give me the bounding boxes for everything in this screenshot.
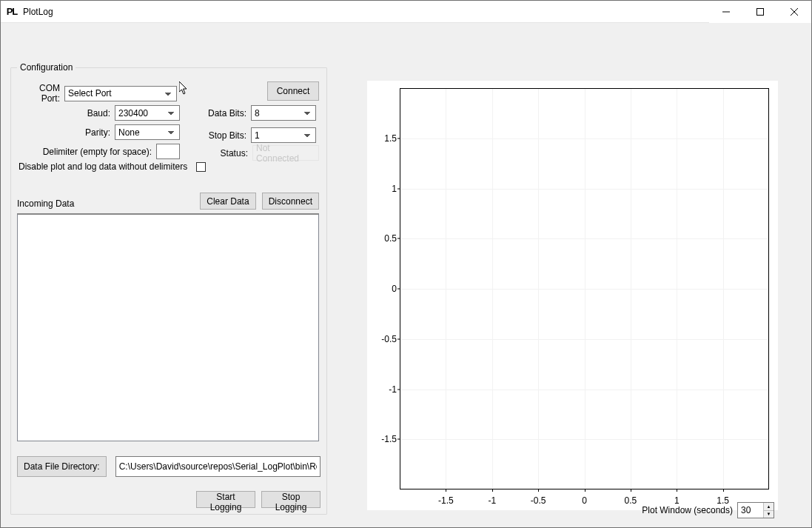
maximize-icon bbox=[756, 8, 764, 16]
app-icon: PL bbox=[5, 5, 19, 19]
data-file-directory-button[interactable]: Data File Directory: bbox=[17, 456, 107, 477]
stop-bits-label: Stop Bits: bbox=[201, 130, 251, 141]
connect-button[interactable]: Connect bbox=[267, 81, 319, 101]
app-window: PL PlotLog Configuration COM Port: Selec… bbox=[0, 0, 812, 528]
baud-select[interactable]: 230400 bbox=[115, 105, 180, 121]
client-area: Configuration COM Port: Select Port Baud… bbox=[1, 23, 811, 527]
plot-window-label: Plot Window (seconds) bbox=[642, 505, 733, 515]
plot-area: 1.510.50-0.5-1-1.5-1.5-1-0.500.511.5 bbox=[367, 81, 778, 510]
y-tick-label: -1 bbox=[367, 384, 397, 395]
incoming-data-textarea[interactable] bbox=[17, 213, 319, 441]
stop-bits-select[interactable]: 1 bbox=[251, 127, 316, 143]
data-bits-select[interactable]: 8 bbox=[251, 105, 316, 121]
status-value: Not Connected bbox=[252, 145, 319, 161]
close-icon bbox=[791, 8, 798, 16]
delimiter-input[interactable] bbox=[156, 144, 180, 159]
close-button[interactable] bbox=[777, 1, 811, 23]
svg-rect-1 bbox=[757, 8, 764, 15]
baud-label: Baud: bbox=[19, 108, 115, 118]
com-port-select[interactable]: Select Port bbox=[64, 86, 177, 101]
start-logging-button[interactable]: Start Logging bbox=[196, 491, 255, 508]
plot-window-spinner[interactable]: ▲ ▼ bbox=[737, 502, 774, 518]
clear-data-button[interactable]: Clear Data bbox=[200, 193, 255, 210]
configuration-title: Configuration bbox=[17, 62, 76, 73]
y-tick-label: 1 bbox=[367, 184, 397, 194]
y-tick-label: 1.5 bbox=[367, 133, 397, 144]
window-title: PlotLog bbox=[23, 7, 53, 17]
maximize-button[interactable] bbox=[743, 1, 777, 23]
data-file-directory-input[interactable] bbox=[115, 456, 321, 477]
disable-plot-label: Disable plot and log data without delimi… bbox=[19, 161, 192, 172]
x-tick-label: -0.5 bbox=[531, 495, 546, 506]
titlebar[interactable]: PL PlotLog bbox=[1, 1, 811, 23]
y-tick-label: 0.5 bbox=[367, 233, 397, 244]
x-tick-label: -1 bbox=[488, 495, 496, 506]
delimiter-label: Delimiter (empty for space): bbox=[19, 147, 156, 157]
x-tick-label: -1.5 bbox=[438, 495, 454, 506]
configuration-group: Configuration COM Port: Select Port Baud… bbox=[10, 67, 327, 515]
plot-window-input[interactable] bbox=[738, 503, 763, 518]
x-tick-label: 0.5 bbox=[625, 495, 637, 506]
x-tick-label: 0 bbox=[582, 495, 587, 506]
disconnect-button[interactable]: Disconnect bbox=[262, 193, 319, 210]
parity-select[interactable]: None bbox=[115, 124, 180, 140]
disable-plot-checkbox[interactable] bbox=[196, 162, 206, 172]
y-tick-label: -1.5 bbox=[367, 434, 397, 444]
minimize-icon bbox=[722, 8, 730, 16]
y-tick-label: -0.5 bbox=[367, 334, 397, 344]
data-bits-label: Data Bits: bbox=[201, 108, 251, 118]
stop-logging-button[interactable]: Stop Logging bbox=[261, 491, 321, 508]
com-port-label: COM Port: bbox=[19, 83, 64, 104]
spinner-down-icon[interactable]: ▼ bbox=[764, 511, 774, 518]
spinner-up-icon[interactable]: ▲ bbox=[764, 503, 774, 511]
parity-label: Parity: bbox=[19, 127, 115, 138]
y-tick-label: 0 bbox=[367, 284, 397, 294]
minimize-button[interactable] bbox=[709, 1, 743, 23]
status-label: Status: bbox=[201, 148, 252, 158]
plot-canvas[interactable] bbox=[400, 88, 769, 489]
incoming-data-label: Incoming Data bbox=[17, 198, 74, 209]
